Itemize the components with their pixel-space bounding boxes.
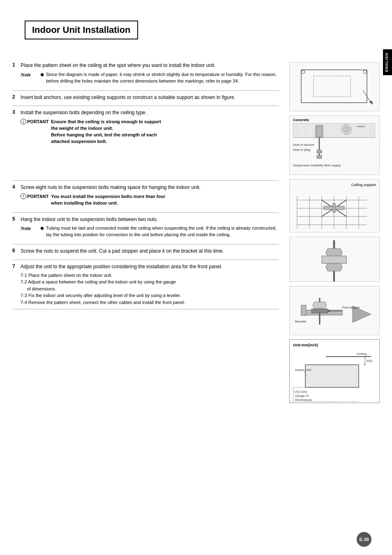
step-3-number: 3 <box>12 109 17 115</box>
step-7-text: Adjust the unit to the appropriate posit… <box>21 263 222 270</box>
svg-marker-43 <box>326 249 342 257</box>
svg-text:Indoor Unit: Indoor Unit <box>295 368 311 372</box>
step-3: 3 Install the suspension bolts depending… <box>12 109 279 181</box>
step-5-number: 5 <box>12 216 17 222</box>
svg-text:Pad stopper: Pad stopper <box>342 306 360 309</box>
diagram-3-label: Ceiling support <box>293 183 376 187</box>
page-title: Indoor Unit Installation <box>32 25 131 35</box>
step-5-text: Hang the indoor unit to the suspension b… <box>21 216 158 223</box>
svg-rect-19 <box>317 127 322 137</box>
svg-rect-1 <box>314 76 350 97</box>
svg-text:Hole in anchor: Hole in anchor <box>293 143 314 147</box>
step-4-text: Screw eight nuts to the suspension bolts… <box>21 184 201 191</box>
important-icon-3: i <box>21 119 26 124</box>
diagram-3: Ceiling support <box>289 179 380 233</box>
note-bullet-1: ◆ <box>40 71 44 77</box>
note-content-1: ◆ Since the diagram is made of paper, it… <box>40 71 279 85</box>
svg-rect-0 <box>301 70 367 103</box>
note-text-5: Tubing must be laid and connected inside… <box>46 225 279 238</box>
step-1-note: Note ◆ Since the diagram is made of pape… <box>21 71 279 85</box>
svg-text:Hole in plug: Hole in plug <box>293 148 310 152</box>
svg-rect-24 <box>317 155 322 159</box>
sub-step-7-3: 7-3 Fix the indoor unit securely after a… <box>21 292 279 299</box>
step-2-text: Insert bolt anchors, use existing ceilin… <box>21 94 235 101</box>
diagram-1-svg <box>293 66 375 111</box>
diagram-5: Pad stopper Bracket <box>289 286 380 335</box>
diagram-2: Concrete <box>289 115 380 175</box>
step-7-number: 7 <box>12 263 17 269</box>
diagram-6: Unit:mm(inch) Ceiling Indoor Unit 20(13/… <box>289 339 380 403</box>
svg-text:Ceiling: Ceiling <box>357 352 367 356</box>
diagram-2-concrete-label: Concrete <box>293 118 376 122</box>
step-4: 4 Screw eight nuts to the suspension bol… <box>12 184 279 213</box>
step-1-text: Place the pattern sheet on the ceiling a… <box>21 62 215 69</box>
svg-text:17(11/16): 17(11/16) <box>294 390 307 394</box>
note-text-1: Since the diagram is made of paper, it m… <box>46 71 279 85</box>
important-label-4: i PORTANT <box>21 193 48 199</box>
svg-rect-53 <box>311 309 328 313</box>
step-6: 6 Screw the nuts to suspend the unit. Cu… <box>12 248 279 260</box>
step-6-text: Screw the nuts to suspend the unit. Cut … <box>21 248 224 255</box>
step-5: 5 Hang the indoor unit to the suspension… <box>12 216 279 245</box>
note-bullet-5: ◆ <box>40 225 44 231</box>
svg-point-21 <box>344 127 349 132</box>
svg-text:Dimensions: Dimensions <box>295 398 312 402</box>
svg-rect-41 <box>333 203 335 212</box>
note-content-5: ◆ Tubing must be laid and connected insi… <box>40 225 279 238</box>
page-number: E-39 <box>357 532 371 547</box>
diagram-1 <box>289 62 380 111</box>
step-1: 1 Place the pattern sheet on the ceiling… <box>12 62 279 91</box>
page-container: ENGLISH Indoor Unit Installation 1 Place… <box>0 0 392 555</box>
left-column: 1 Place the pattern sheet on the ceiling… <box>12 62 283 403</box>
important-label-text-3: PORTANT <box>27 119 48 124</box>
svg-point-3 <box>363 70 367 74</box>
svg-marker-44 <box>326 263 342 271</box>
important-label-text-4: PORTANT <box>27 194 48 199</box>
step-6-number: 6 <box>12 248 17 253</box>
svg-rect-50 <box>301 305 306 315</box>
important-text-4: You must install the suspension bolts mo… <box>51 193 165 207</box>
step-7-substeps: 7-1 Place the pattern sheet on the indoo… <box>21 272 279 306</box>
diagram-3-svg <box>293 188 375 233</box>
svg-text:Gauge of: Gauge of <box>295 394 309 398</box>
right-column: Concrete <box>289 62 380 403</box>
svg-marker-52 <box>313 302 327 309</box>
content-area: 1 Place the pattern sheet on the ceiling… <box>0 62 392 403</box>
svg-text:Bracket: Bracket <box>295 320 307 323</box>
important-icon-4: i <box>21 193 26 199</box>
sub-step-7-1: 7-1 Place the pattern sheet on the indoo… <box>21 272 279 279</box>
step-1-number: 1 <box>12 62 17 68</box>
svg-point-2 <box>302 70 305 74</box>
step-2-number: 2 <box>12 94 17 100</box>
note-label-1: Note <box>21 71 37 78</box>
page-title-box: Indoor Unit Installation <box>25 21 138 39</box>
svg-text:20(13/16): 20(13/16) <box>366 359 373 363</box>
side-tab: ENGLISH <box>383 49 392 75</box>
svg-marker-5 <box>369 101 373 105</box>
diagram-5-svg: Pad stopper Bracket <box>293 290 375 335</box>
svg-text:Suspension bolt(M8)-field supp: Suspension bolt(M8)-field supply <box>293 164 341 167</box>
diagram-6-unit-label: Unit:mm(inch) <box>293 343 376 347</box>
step-2: 2 Insert bolt anchors, use existing ceil… <box>12 94 279 106</box>
step-5-note: Note ◆ Tubing must be laid and connected… <box>21 225 279 238</box>
step-3-important: i PORTANT Ensure that the ceiling is str… <box>21 119 279 145</box>
step-3-text: Install the suspension bolts depending o… <box>21 109 147 116</box>
svg-rect-45 <box>322 256 346 263</box>
sub-step-7-4: 7-4 Remove the pattern sheet, connect th… <box>21 299 279 306</box>
diagram-2-svg: Insert Hole in anchor Hole in plug Suspe… <box>293 123 375 173</box>
svg-rect-61 <box>305 365 359 387</box>
diagram-6-svg: Ceiling Indoor Unit 20(13/16) 17(11/16 <box>293 348 373 402</box>
note-label-5: Note <box>21 225 37 232</box>
svg-rect-23 <box>317 150 322 153</box>
important-label-3: i PORTANT <box>21 119 48 124</box>
insert-label: Insert <box>357 124 365 128</box>
step-4-number: 4 <box>12 184 17 190</box>
sub-step-7-2: 7-2 Adjust a space between the ceiling a… <box>21 279 279 292</box>
diagram-4-svg <box>293 240 375 281</box>
step-7: 7 Adjust the unit to the appropriate pos… <box>12 263 279 309</box>
step-4-important: i PORTANT You must install the suspensio… <box>21 193 279 207</box>
diagram-4 <box>289 237 380 282</box>
important-text-3: Ensure that the ceiling is strong enough… <box>51 119 161 145</box>
